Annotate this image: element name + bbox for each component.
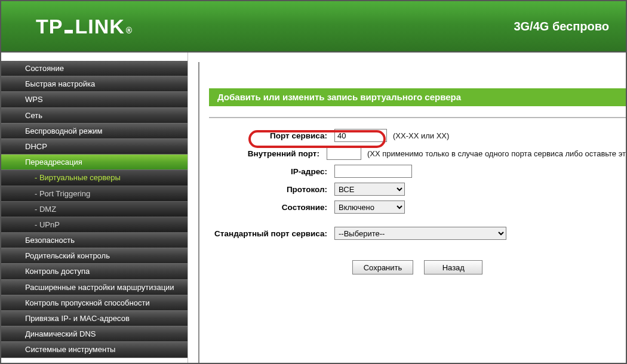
divider <box>209 117 626 118</box>
brand-reg-icon: ® <box>126 26 133 35</box>
sidebar-item-routing[interactable]: Расширенные настройки маршрутизации <box>1 280 188 295</box>
brand-logo: TP LINK ® <box>36 15 133 38</box>
sidebar-item-ddns[interactable]: Динамический DNS <box>1 326 188 342</box>
virtual-server-form: Порт сервиса: (XX-XX или XX) Внутренний … <box>209 127 626 242</box>
sidebar-item-wireless[interactable]: Беспроводной режим <box>1 124 188 139</box>
header-title: 3G/4G беспрово <box>514 20 609 33</box>
status-select[interactable]: Включено <box>334 200 405 214</box>
hint-service-port: (XX-XX или XX) <box>393 131 449 140</box>
sidebar-sub-upnp[interactable]: - UPnP <box>1 217 188 233</box>
main-panel: Добавить или изменить запись виртуальног… <box>188 53 626 363</box>
service-port-input[interactable] <box>334 129 387 142</box>
brand-part-a: TP <box>36 15 63 38</box>
std-port-select[interactable]: --Выберите-- <box>334 227 506 240</box>
label-status: Состояние: <box>209 203 334 212</box>
sidebar-item-system-tools[interactable]: Системные инструменты <box>1 342 188 357</box>
sidebar-item-parental[interactable]: Родительский контроль <box>1 248 188 264</box>
button-row: Сохранить Назад <box>209 260 626 274</box>
sidebar-item-quicksetup[interactable]: Быстрая настройка <box>1 76 188 92</box>
app-header: TP LINK ® 3G/4G беспрово <box>1 1 626 53</box>
label-internal-port: Внутренний порт: <box>209 149 327 158</box>
hint-internal-port: (XX применимо только в случае одного пор… <box>367 149 626 158</box>
label-std-port: Стандартный порт сервиса: <box>209 229 334 238</box>
label-service-port: Порт сервиса: <box>209 131 334 140</box>
sidebar-item-ip-mac-bind[interactable]: Привязка IP- и MAC-адресов <box>1 311 188 326</box>
brand-dash-icon <box>64 30 73 33</box>
sidebar-item-access-control[interactable]: Контроль доступа <box>1 264 188 279</box>
sidebar-item-status[interactable]: Состояние <box>1 61 188 76</box>
sidebar-sub-virtual-servers[interactable]: - Виртуальные серверы <box>1 170 188 186</box>
page-title: Добавить или изменить запись виртуальног… <box>209 88 626 106</box>
ip-address-input[interactable] <box>334 165 412 178</box>
sidebar: Состояние Быстрая настройка WPS Сеть Бес… <box>1 53 188 363</box>
sidebar-item-bandwidth[interactable]: Контроль пропускной способности <box>1 295 188 311</box>
sidebar-sub-port-triggering[interactable]: - Port Triggering <box>1 186 188 202</box>
protocol-select[interactable]: ВСЕ <box>334 183 405 196</box>
label-protocol: Протокол: <box>209 185 334 194</box>
label-ip: IP-адрес: <box>209 167 334 176</box>
sidebar-item-wps[interactable]: WPS <box>1 92 188 107</box>
brand-part-b: LINK <box>75 15 124 38</box>
sidebar-item-network[interactable]: Сеть <box>1 108 188 124</box>
sidebar-item-security[interactable]: Безопасность <box>1 233 188 248</box>
back-button[interactable]: Назад <box>424 260 482 274</box>
internal-port-input[interactable] <box>327 147 361 160</box>
sidebar-item-dhcp[interactable]: DHCP <box>1 139 188 155</box>
sidebar-item-forwarding[interactable]: Переадресация <box>1 155 188 170</box>
sidebar-sub-dmz[interactable]: - DMZ <box>1 202 188 217</box>
save-button[interactable]: Сохранить <box>352 260 414 274</box>
